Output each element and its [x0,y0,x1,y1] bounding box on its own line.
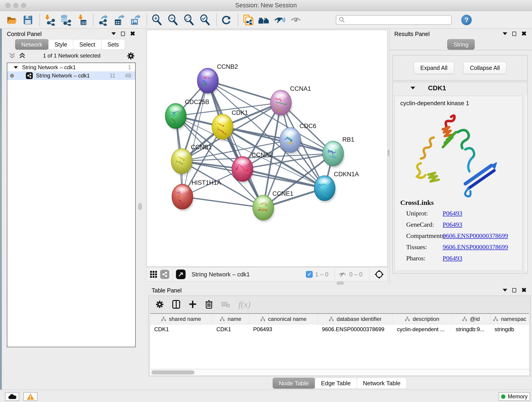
delete-column-trash-icon[interactable] [205,300,213,309]
table-panel: Table Panel ✖ f(x) shared name name cano… [142,285,532,390]
crosslink-row: Compartments: 9606.ENSP00000378699 [400,232,508,240]
tab-network[interactable]: Network [15,39,49,50]
network-overview-icon[interactable] [160,270,169,279]
zoom-window-button[interactable] [21,3,26,8]
tab-edge-table[interactable]: Edge Table [315,378,357,389]
scrollbar-thumb[interactable] [152,370,195,375]
protein-node-CDC6 [280,128,301,153]
horizontal-splitter-handle[interactable] [337,282,344,285]
show-all-button[interactable] [290,14,302,26]
svg-text:RB1: RB1 [342,136,355,143]
table-row[interactable]: CDK1 CDK1 P06493 9606.ENSP00000378699 cy… [150,324,529,334]
column-header[interactable]: namespac [491,314,529,324]
protein-node-CDC25B [165,103,186,128]
network-canvas[interactable]: CCNB2CCNA1CDC25BCDK1CDC6RB1CCNB1CCNA2CDK… [147,30,388,267]
column-header[interactable]: shared name [150,314,212,324]
tab-select[interactable]: Select [73,39,101,50]
zoom-selected-button[interactable] [199,14,211,26]
protein-node-RB1 [323,141,344,166]
expand-all-button[interactable]: Expand All [414,62,454,74]
network-options-gear-icon[interactable] [127,52,135,60]
crosslink-link[interactable]: P06493 [443,221,462,228]
network-row-selected[interactable]: String Network – cdk1 11 48 [7,71,135,80]
column-header[interactable]: database identifier [318,314,393,324]
export-table-button[interactable] [113,14,125,26]
memory-button[interactable]: Memory [499,392,530,401]
import-network-button[interactable] [44,14,56,26]
clone-network-button[interactable] [242,14,254,26]
node-table: shared name name canonical name database… [150,313,529,369]
string-network-graph[interactable]: CCNB2CCNA1CDC25BCDK1CDC6RB1CCNB1CCNA2CDK… [147,30,387,267]
float-panel-icon[interactable] [512,32,516,36]
grid-view-icon[interactable] [150,271,157,278]
minimize-window-button[interactable] [13,3,18,8]
section-expander-icon[interactable] [411,87,415,89]
search-field[interactable] [336,15,452,25]
refresh-view-button[interactable] [220,14,232,26]
export-network-button[interactable] [97,14,109,26]
selected-nodes-checkbox[interactable]: ✓ [306,271,313,278]
add-column-icon[interactable] [189,300,197,309]
open-in-window-button[interactable] [176,269,186,279]
network-selection-status: 1 of 1 Network selected [2,52,142,59]
crosslink-link[interactable]: 9606.ENSP00000378699 [443,232,508,240]
network-collection-row[interactable]: String Network – cdk1 1 [7,63,135,71]
table-header-row: shared name name canonical name database… [150,314,529,324]
first-neighbors-button[interactable] [258,14,270,26]
warnings-button[interactable] [23,392,38,401]
database-import-icon [60,14,71,26]
tab-node-table[interactable]: Node Table [273,378,315,389]
crosslinks-title: CrossLinks [400,199,508,206]
open-session-button[interactable] [6,14,18,26]
column-header[interactable]: canonical name [249,314,318,324]
show-columns-icon[interactable] [172,300,180,309]
toolbar-separator [93,14,94,26]
tab-string[interactable]: String [447,39,475,50]
import-network-from-database-button[interactable] [60,14,71,26]
tab-network-table[interactable]: Network Table [357,378,407,389]
panel-menu-icon[interactable] [503,289,507,292]
column-header[interactable]: description [393,314,452,324]
close-panel-icon[interactable]: ✖ [521,32,526,36]
hidden-eye-icon[interactable] [338,270,347,278]
open-folder-icon [6,14,18,26]
panel-menu-icon[interactable] [111,32,116,35]
network-name: String Network – cdk1 [36,72,109,79]
toolbar-separator [147,14,147,26]
import-table-button[interactable] [76,14,88,26]
protein-section-header[interactable]: CDK1 [393,82,527,94]
close-panel-icon[interactable]: ✖ [521,288,526,293]
collapse-all-button[interactable]: Collapse All [463,62,507,74]
float-panel-icon[interactable] [512,288,516,293]
tree-expander-icon[interactable] [14,66,18,69]
zoom-out-button[interactable] [167,14,179,26]
zoom-fit-button[interactable] [183,14,195,26]
vertical-splitter-handle[interactable] [138,203,142,210]
close-panel-icon[interactable]: ✖ [130,32,135,36]
toolbar-separator [39,14,40,26]
help-button[interactable]: ? [461,15,472,25]
crosslink-link[interactable]: 9606.ENSP00000378699 [443,243,508,251]
column-header[interactable]: @id [452,314,490,324]
results-scrollbar[interactable] [524,96,527,271]
import-network-icon [44,14,55,26]
svg-text:CDK1: CDK1 [232,109,248,116]
column-header[interactable]: name [212,314,249,324]
birdseye-navigator-icon[interactable] [374,269,384,279]
export-image-button[interactable] [129,14,141,26]
crosslink-link[interactable]: P06493 [443,255,462,262]
table-horizontal-scrollbar[interactable] [150,369,529,375]
zoom-in-button[interactable] [151,14,163,26]
close-window-button[interactable] [6,3,11,8]
tab-sets[interactable]: Sets [101,39,125,50]
search-input[interactable] [346,17,444,23]
float-panel-icon[interactable] [121,32,125,36]
network-view-title: String Network – cdk1 [191,271,306,278]
panel-menu-icon[interactable] [503,32,507,35]
table-options-gear-icon[interactable] [156,300,164,308]
cloud-status-button[interactable] [5,392,19,401]
tab-style[interactable]: Style [48,39,74,50]
hide-selected-button[interactable] [274,14,286,26]
crosslink-link[interactable]: P06493 [443,210,462,217]
save-session-button[interactable] [22,14,34,26]
